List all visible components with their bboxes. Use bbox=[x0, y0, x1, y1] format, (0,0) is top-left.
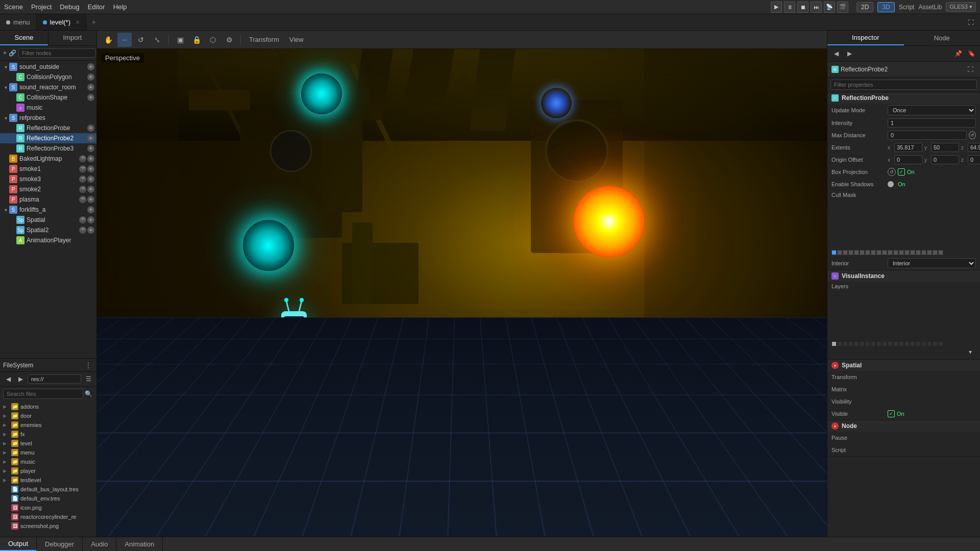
menu-editor[interactable]: Editor bbox=[88, 3, 105, 11]
enable-shadows-toggle[interactable] bbox=[888, 181, 894, 187]
cull-cell[interactable] bbox=[871, 250, 876, 255]
menu-scene[interactable]: Scene bbox=[4, 3, 23, 11]
layers-expand-button[interactable]: ▾ bbox=[965, 346, 976, 358]
list-item[interactable]: C CollisionPolygon 👁 bbox=[0, 72, 96, 82]
stop-button[interactable]: ⏹ bbox=[797, 2, 808, 13]
layer-cell[interactable] bbox=[916, 341, 921, 346]
layer-cell[interactable] bbox=[854, 341, 859, 346]
section-header-node[interactable]: ● Node bbox=[827, 420, 980, 432]
cull-cell[interactable] bbox=[837, 250, 842, 255]
layer-cell[interactable] bbox=[871, 341, 876, 346]
filesystem-search-input[interactable] bbox=[3, 389, 83, 399]
cull-cell[interactable] bbox=[910, 250, 915, 255]
menu-project[interactable]: Project bbox=[31, 3, 52, 11]
list-item[interactable]: ♪ music bbox=[0, 103, 96, 113]
visibility-badge[interactable]: 👁 bbox=[87, 84, 94, 91]
list-item[interactable]: ▾ S sound_outside 👁 bbox=[0, 62, 96, 72]
cull-cell[interactable] bbox=[899, 250, 904, 255]
nav-forward-button[interactable]: ▶ bbox=[15, 374, 26, 384]
section-header-reflection[interactable]: R ReflectionProbe bbox=[827, 92, 980, 104]
list-item[interactable]: A AnimationPlayer bbox=[0, 235, 96, 245]
list-item[interactable]: 📄 default_env.tres bbox=[0, 494, 96, 503]
history-forward-button[interactable]: ▶ bbox=[844, 48, 855, 59]
gles-badge[interactable]: GLES3 ▾ bbox=[946, 2, 976, 12]
tab-import[interactable]: Import bbox=[48, 31, 96, 45]
tab-node[interactable]: Node bbox=[904, 31, 981, 45]
cull-cell[interactable] bbox=[916, 250, 921, 255]
max-distance-input[interactable] bbox=[888, 131, 967, 140]
visibility-badge[interactable]: 👁 bbox=[87, 135, 94, 142]
visibility-badge[interactable]: 👁 bbox=[87, 165, 94, 172]
list-item[interactable]: ▶ 📁 music bbox=[0, 457, 96, 466]
visibility-badge[interactable]: 👁 bbox=[87, 196, 94, 203]
cull-cell[interactable] bbox=[882, 250, 887, 255]
tab-debugger[interactable]: Debugger bbox=[37, 537, 83, 551]
section-header-visual[interactable]: V VisualInstance bbox=[827, 270, 980, 282]
tab-level[interactable]: level(*) ✕ bbox=[37, 14, 86, 30]
expand-editor-button[interactable]: ⛶ bbox=[966, 17, 976, 28]
layer-cell[interactable] bbox=[837, 341, 842, 346]
layer-cell[interactable] bbox=[865, 341, 870, 346]
origin-y-input[interactable] bbox=[931, 155, 959, 164]
tab-scene-tree[interactable]: Scene bbox=[0, 31, 48, 45]
visible-checkbox[interactable]: ✓ bbox=[888, 410, 895, 417]
visibility-badge[interactable]: 👁 bbox=[87, 94, 94, 101]
layer-cell[interactable] bbox=[921, 341, 926, 346]
instance-scene-button[interactable]: 🔗 bbox=[9, 48, 16, 58]
menu-help[interactable]: Help bbox=[113, 3, 127, 11]
play-button[interactable]: ▶ bbox=[771, 2, 782, 13]
visibility-badge[interactable]: 👁 bbox=[87, 73, 94, 81]
layer-cell[interactable] bbox=[876, 341, 881, 346]
snap-button[interactable]: ⬡ bbox=[206, 33, 220, 47]
cull-cell[interactable] bbox=[854, 250, 859, 255]
scale-tool[interactable]: ⤡ bbox=[150, 33, 164, 47]
cull-cell[interactable] bbox=[893, 250, 898, 255]
cull-cell[interactable] bbox=[865, 250, 870, 255]
list-item[interactable]: ▶ 📁 door bbox=[0, 411, 96, 420]
layer-cell[interactable] bbox=[848, 341, 853, 346]
visibility-badge[interactable]: 👁 bbox=[87, 186, 94, 193]
nav-back-button[interactable]: ◀ bbox=[3, 374, 13, 384]
list-item[interactable]: ▾ S forklifts_a 👁 bbox=[0, 205, 96, 215]
list-item[interactable]: ▶ 📁 menu bbox=[0, 448, 96, 457]
cull-cell[interactable] bbox=[938, 250, 943, 255]
box-projection-checkbox[interactable]: ✓ bbox=[898, 168, 905, 176]
layer-cell[interactable] bbox=[843, 341, 848, 346]
list-item[interactable]: 📄 default_bus_layout.tres bbox=[0, 485, 96, 494]
cull-cell[interactable] bbox=[927, 250, 932, 255]
btn-3d[interactable]: 3D bbox=[877, 2, 894, 12]
rotate-tool[interactable]: ↺ bbox=[134, 33, 148, 47]
use-local-button[interactable]: ▣ bbox=[173, 33, 187, 47]
origin-z-input[interactable] bbox=[968, 155, 980, 164]
list-item[interactable]: ▶ 📁 fx bbox=[0, 430, 96, 439]
cull-cell[interactable] bbox=[888, 250, 893, 255]
list-item[interactable]: ▶ 📁 testlevel bbox=[0, 475, 96, 485]
visibility-badge[interactable]: 👁 bbox=[87, 216, 94, 223]
lock-button[interactable]: 🔒 bbox=[189, 33, 204, 47]
extents-z-input[interactable] bbox=[968, 143, 980, 152]
btn-2d[interactable]: 2D bbox=[856, 2, 873, 12]
cull-cell[interactable] bbox=[860, 250, 865, 255]
list-item[interactable]: 🖼 reactorcorecylinder_re bbox=[0, 512, 96, 521]
section-header-spatial[interactable]: ● Spatial bbox=[827, 360, 980, 371]
box-projection-refresh-button[interactable]: ↺ bbox=[888, 168, 896, 176]
filesystem-layout-button[interactable]: ☰ bbox=[83, 374, 93, 384]
film-badge[interactable]: 🎬 bbox=[79, 216, 86, 223]
layer-cell[interactable] bbox=[888, 341, 893, 346]
visibility-badge[interactable]: 👁 bbox=[87, 206, 94, 213]
interior-select[interactable]: Interior bbox=[888, 258, 976, 268]
extents-y-input[interactable] bbox=[931, 143, 959, 152]
tab-animation[interactable]: Animation bbox=[116, 537, 163, 551]
update-mode-select[interactable]: Once bbox=[888, 105, 976, 115]
list-item[interactable]: 🖼 icon.png bbox=[0, 503, 96, 512]
cull-cell[interactable] bbox=[921, 250, 926, 255]
visibility-badge[interactable]: 👁 bbox=[87, 145, 94, 152]
list-item[interactable]: ▾ S sound_reactor_room 👁 bbox=[0, 82, 96, 92]
list-item[interactable]: R ReflectionProbe2 👁 bbox=[0, 133, 96, 143]
visibility-badge[interactable]: 👁 bbox=[87, 227, 94, 234]
remote-button[interactable]: 📡 bbox=[824, 2, 835, 13]
list-item[interactable]: P smoke3 🎬 👁 bbox=[0, 174, 96, 184]
layer-cell[interactable] bbox=[882, 341, 887, 346]
intensity-input[interactable] bbox=[888, 118, 976, 128]
layer-cell[interactable] bbox=[860, 341, 865, 346]
